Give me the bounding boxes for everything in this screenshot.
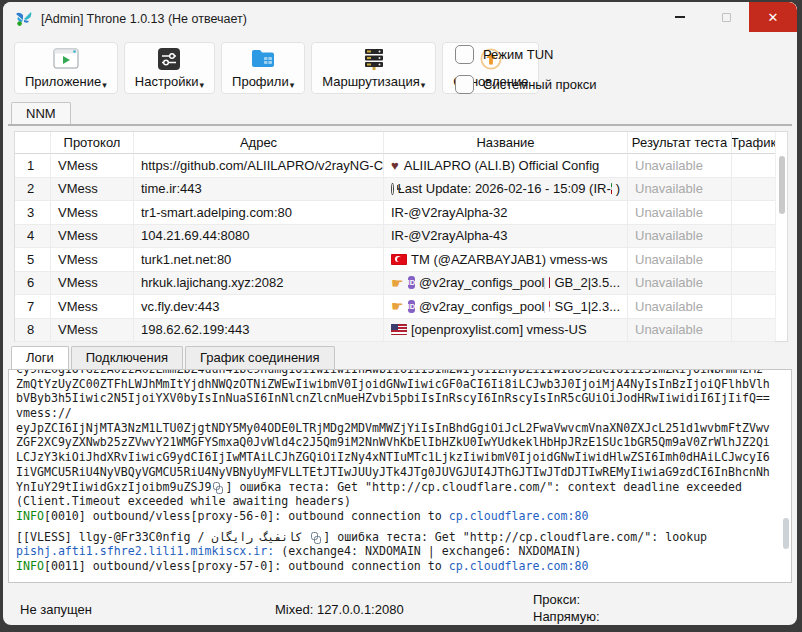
text-segment: [[VLESS] llgy-@Fr33C0nfig / كانفيگ رايگا… (16, 530, 309, 544)
toolbar-label: Настройки (135, 74, 204, 89)
text-segment: YnIuY29tIiwidGxzIjoibm9uZSJ9 (16, 480, 211, 494)
cell-result: Unavailable (628, 178, 732, 202)
cell-address: 198.62.62.199:443 (134, 319, 384, 343)
cell-name: @v2ray_configs_pool SG_1|2.3... (384, 295, 628, 319)
log-view[interactable]: cy9nZ0g1OTGzzA0zzA0zLmmZbZ4uun41bc9numg1… (8, 369, 792, 583)
cell-num: 3 (15, 201, 51, 225)
cell-protocol: VMess (51, 225, 134, 249)
heart-icon (391, 158, 399, 173)
cell-address: tr1-smart.adelping.com:80 (134, 201, 384, 225)
scrollbar-thumb[interactable] (779, 156, 785, 214)
cell-address: time.ir:443 (134, 178, 384, 202)
checkbox-icon (455, 75, 474, 94)
text-segment: cp.cloudflare.com:80 (449, 509, 589, 523)
server-table: Протокол Адрес Название Результат теста … (14, 131, 788, 342)
tab-connections[interactable]: Подключения (71, 346, 183, 369)
text-segment: ] ошибка теста: Get "http://cp.cloudflar… (323, 530, 707, 544)
flag-tr (391, 254, 407, 265)
minimize-button[interactable] (657, 2, 703, 32)
cell-name: ALIILAPRO (ALI.B) Official Config (384, 154, 628, 178)
flag-gb (549, 277, 550, 288)
log-line: YnIuY29tIiwidGxzIjoibm9uZSJ9] ошибка тес… (16, 480, 787, 495)
table-row[interactable]: 6VMesshrkuk.lajichang.xyz:2082@v2ray_con… (15, 272, 775, 296)
link-icon (311, 532, 320, 543)
log-line: INFO[0010] outbound/vless[proxy-56-0]: o… (16, 509, 787, 524)
cell-num: 4 (15, 225, 51, 249)
app-menu-button[interactable]: Приложение (14, 42, 118, 94)
text-segment: (exchange4: NXDOMAIN | exchange6: NXDOMA… (274, 544, 581, 558)
col-address[interactable]: Адрес (134, 132, 384, 154)
text-segment: GB_2|3.5... (554, 275, 620, 290)
cell-address: vc.fly.dev:443 (134, 295, 384, 319)
cell-num: 2 (15, 178, 51, 202)
table-row[interactable]: 1VMesshttps://github.com/ALIILAPRO/v2ray… (15, 154, 775, 178)
cell-num: 7 (15, 295, 51, 319)
tab-nnm[interactable]: NNM (11, 102, 71, 125)
table-row[interactable]: 2VMesstime.ir:443Last Update: 2026-02-16… (15, 178, 775, 202)
cell-protocol: VMess (51, 272, 134, 296)
cell-result: Unavailable (628, 201, 732, 225)
table-row[interactable]: 4VMess104.21.69.44:8080IR-@V2rayAlpha-43… (15, 225, 775, 249)
close-button[interactable]: ✕ (749, 2, 797, 32)
flag-ir (611, 183, 612, 194)
system-proxy-checkbox[interactable]: Системный прокси (455, 74, 597, 94)
log-line: (Client.Timeout exceeded while awaiting … (16, 494, 787, 509)
col-name[interactable]: Название (384, 132, 628, 154)
cell-traffic (732, 154, 775, 178)
cell-traffic (732, 319, 775, 343)
text-segment: IR-@V2rayAlpha-43 (391, 228, 508, 243)
tab-logs[interactable]: Логи (11, 346, 69, 369)
text-segment: SG_1|2.3... (554, 299, 620, 314)
text-segment: IR-@V2rayAlpha-32 (391, 205, 508, 220)
routing-servers-icon (361, 48, 387, 71)
cell-result: Unavailable (628, 272, 732, 296)
text-segment: [0010] outbound/vless[proxy-56-0]: outbo… (44, 509, 449, 523)
cell-result: Unavailable (628, 319, 732, 343)
text-segment: LCJzY3kiOiJhdXRvIiwicG9ydCI6IjIwMTAiLCJh… (16, 450, 770, 464)
title-bar: [Admin] Throne 1.0.13 (Не отвечает) ✕ (3, 2, 797, 35)
log-line: eyJpZCI6IjNjMTA3NzM1LTU0ZjgtNDY5My04ODE0… (16, 421, 787, 436)
col-result[interactable]: Результат теста (628, 132, 732, 154)
cell-name: IR-@V2rayAlpha-32 (384, 201, 628, 225)
profiles-menu-button[interactable]: Профили (221, 42, 305, 94)
log-line: IiVGMCU5RiU4NyVBQyVGMCU5RiU4NyVBNyUyMFVL… (16, 465, 787, 480)
toolbar-label: Профили (232, 74, 294, 89)
col-num[interactable] (15, 132, 51, 154)
table-body: 1VMesshttps://github.com/ALIILAPRO/v2ray… (15, 154, 775, 342)
col-protocol[interactable]: Протокол (51, 132, 134, 154)
tab-connection-graph[interactable]: График соединения (185, 346, 335, 369)
scrollbar-thumb[interactable] (783, 518, 789, 549)
cell-protocol: VMess (51, 319, 134, 343)
text-segment: vmess:// (16, 406, 72, 420)
cell-name: IR-@V2rayAlpha-43 (384, 225, 628, 249)
text-segment: ALIILAPRO (ALI.B) Official Config (404, 158, 600, 173)
col-traffic[interactable]: Трафик (732, 132, 775, 154)
table-row[interactable]: 3VMesstr1-smart.adelping.com:80IR-@V2ray… (15, 201, 775, 225)
table-scrollbar[interactable] (775, 132, 787, 341)
log-text: cy9nZ0g1OTGzzA0zzA0zLmmZbZ4uun41bc9numg1… (16, 369, 787, 574)
checkbox-icon (455, 45, 474, 64)
table-row[interactable]: 7VMessvc.fly.dev:443@v2ray_configs_pool … (15, 295, 775, 319)
cell-name: Last Update: 2026-02-16 - 15:09 (IR-) (384, 178, 628, 202)
settings-menu-button[interactable]: Настройки (124, 42, 215, 94)
cell-traffic (732, 225, 775, 249)
text-segment: cy9nZ0g1OTGzzA0zzA0zLmmZbZ4uun41bc9numg1… (16, 369, 763, 376)
cell-address: https://github.com/ALIILAPRO/v2rayNG-C..… (134, 154, 384, 178)
text-segment: @v2ray_configs_pool (419, 275, 544, 290)
cell-name: [openproxylist.com] vmess-US (384, 319, 628, 343)
table-row[interactable]: 8VMess198.62.62.199:443[openproxylist.co… (15, 319, 775, 343)
log-scrollbar[interactable] (782, 372, 790, 580)
tun-mode-checkbox[interactable]: Режим TUN (455, 44, 597, 64)
flag-us (391, 324, 407, 335)
cell-name: @v2ray_configs_pool GB_2|3.5... (384, 272, 628, 296)
profile-tab-bar: NNM (11, 102, 71, 125)
cell-address: hrkuk.lajichang.xyz:2082 (134, 272, 384, 296)
maximize-button[interactable] (703, 2, 749, 32)
text-segment: bVByb3h5Iiwic2N5IjoiYXV0byIsInNuaSI6InNl… (16, 391, 770, 405)
cell-traffic (732, 272, 775, 296)
table-row[interactable]: 5VMessturk1.net.net:80TM (@AZARBAYJAB1) … (15, 248, 775, 272)
routing-menu-button[interactable]: Маршрутизация (311, 42, 436, 94)
log-line: vmess:// (16, 406, 787, 421)
statue-icon (544, 276, 545, 289)
id-badge-icon (408, 300, 416, 313)
